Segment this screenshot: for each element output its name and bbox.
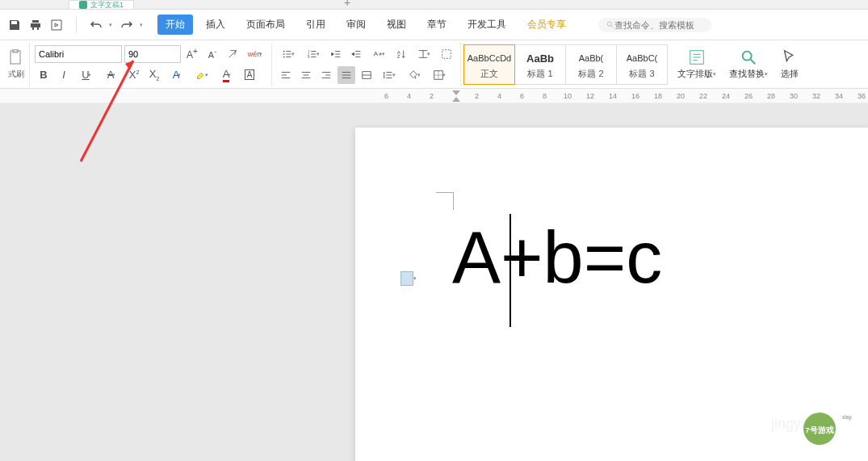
style-heading1[interactable]: AaBb 标题 1: [514, 44, 566, 85]
print-icon[interactable]: [29, 19, 42, 31]
save-icon[interactable]: [8, 19, 21, 31]
subscript-button[interactable]: X2: [145, 66, 163, 84]
svg-text:Z: Z: [397, 53, 400, 59]
tab-start[interactable]: 开始: [157, 15, 193, 35]
ribbon: 式刷 A+ A- wén▾ B I U▾ A▾ X2 X2 A▾ ▾ A▾ A …: [0, 40, 868, 89]
select-icon: [781, 48, 799, 66]
decrease-indent-button[interactable]: [327, 45, 345, 63]
separator: [76, 17, 77, 33]
style-heading2[interactable]: AaBb( 标题 2: [565, 44, 617, 85]
tab-review[interactable]: 审阅: [338, 15, 374, 35]
text-layout-icon: [688, 48, 706, 66]
text-layout-button[interactable]: 文字排版▾: [671, 44, 723, 85]
bold-button[interactable]: B: [35, 66, 52, 84]
svg-point-6: [283, 53, 285, 55]
svg-line-1: [611, 25, 614, 27]
format-painter-label[interactable]: 式刷: [8, 69, 24, 80]
paste-options-button[interactable]: ▾: [400, 271, 417, 286]
svg-text:A: A: [374, 49, 379, 57]
new-tab-button[interactable]: +: [344, 0, 350, 9]
svg-rect-3: [13, 49, 18, 52]
tab-reference[interactable]: 引用: [298, 15, 333, 35]
tab-devtools[interactable]: 开发工具: [459, 15, 514, 35]
watermark-logo: 7号游戏 xiayx.com: [787, 409, 852, 449]
svg-point-8: [283, 56, 285, 57]
undo-icon[interactable]: [90, 19, 103, 31]
text-effects-button[interactable]: A▾: [166, 66, 188, 84]
svg-point-24: [743, 52, 752, 61]
menu-tabs: 开始 插入 页面布局 引用 审阅 视图 章节 开发工具 会员专享: [157, 15, 574, 35]
clear-format-button[interactable]: [224, 45, 241, 63]
svg-point-4: [283, 50, 285, 52]
italic-button[interactable]: I: [55, 66, 73, 84]
align-right-button[interactable]: [317, 66, 335, 84]
tab-member[interactable]: 会员专享: [519, 15, 574, 35]
phonetic-button[interactable]: wén▾: [244, 45, 266, 63]
svg-text:7号游戏: 7号游戏: [805, 425, 833, 434]
text-cursor: [509, 214, 511, 327]
svg-line-25: [751, 60, 756, 65]
paste-options-icon: [400, 271, 413, 286]
svg-text:xiayx.com: xiayx.com: [842, 414, 852, 421]
find-icon: [740, 48, 757, 66]
font-group: A+ A- wén▾ B I U▾ A▾ X2 X2 A▾ ▾ A▾ A: [30, 43, 272, 86]
doc-icon: [79, 1, 87, 9]
shading-button[interactable]: ▾: [403, 66, 426, 84]
underline-button[interactable]: U▾: [75, 66, 98, 84]
horizontal-ruler[interactable]: 6 4 2 2 4 6 8 10 12 14 16 18 20 22 24 26…: [0, 89, 868, 103]
highlight-button[interactable]: ▾: [191, 66, 213, 84]
svg-point-0: [607, 22, 611, 26]
preview-icon[interactable]: [50, 19, 63, 31]
style-gallery: AaBbCcDd 正文 AaBb 标题 1 AaBb( 标题 2 AaBbC( …: [461, 44, 671, 85]
tab-insert[interactable]: 插入: [198, 15, 233, 35]
document-text[interactable]: A+b=c: [355, 128, 868, 300]
paragraph-group: ▾ 123▾ A▾ AZ ▾ ▾ ▾ ▾: [272, 43, 461, 86]
line-spacing-alt-button[interactable]: ▾: [413, 45, 435, 63]
number-list-button[interactable]: 123▾: [302, 45, 325, 63]
font-name-select[interactable]: [35, 45, 122, 63]
strikethrough-button[interactable]: A▾: [100, 66, 123, 84]
indent-marker[interactable]: [452, 90, 460, 102]
style-heading3[interactable]: AaBbC( 标题 3: [616, 44, 668, 85]
style-normal[interactable]: AaBbCcDd 正文: [463, 44, 515, 85]
align-left-button[interactable]: [277, 66, 295, 84]
select-button[interactable]: 选择: [774, 44, 805, 85]
tab-view[interactable]: 视图: [379, 15, 414, 35]
undo-dropdown[interactable]: ▾: [109, 22, 112, 28]
align-justify-button[interactable]: [338, 66, 355, 84]
qat-more[interactable]: ▾: [140, 22, 143, 28]
align-center-button[interactable]: [297, 66, 315, 84]
paste-icon[interactable]: [8, 49, 23, 65]
line-spacing-button[interactable]: ▾: [378, 66, 400, 84]
increase-font-button[interactable]: A+: [183, 45, 201, 63]
show-marks-button[interactable]: [438, 45, 455, 63]
search-box[interactable]: [598, 18, 711, 32]
decrease-font-button[interactable]: A-: [203, 45, 221, 63]
tab-chapter[interactable]: 章节: [419, 15, 455, 35]
superscript-button[interactable]: X2: [125, 66, 143, 84]
search-input[interactable]: [614, 20, 703, 30]
svg-text:3: 3: [308, 55, 310, 59]
document-tab[interactable]: 文字文稿1: [69, 0, 134, 9]
bullet-list-button[interactable]: ▾: [277, 45, 300, 63]
quick-access-toolbar: ▾ ▾: [3, 17, 148, 33]
ltr-button[interactable]: A▾: [367, 45, 390, 63]
toolbar-row: ▾ ▾ 开始 插入 页面布局 引用 审阅 视图 章节 开发工具 会员专享: [0, 10, 868, 40]
tab-title: 文字文稿1: [90, 0, 124, 10]
find-replace-button[interactable]: 查找替换▾: [723, 44, 774, 85]
char-border-button[interactable]: A: [241, 66, 258, 84]
clipboard-group: 式刷: [3, 43, 30, 86]
svg-rect-19: [442, 49, 451, 58]
sort-button[interactable]: AZ: [392, 45, 410, 63]
tab-layout[interactable]: 页面布局: [238, 15, 293, 35]
search-icon: [606, 20, 614, 30]
tab-bar: 文字文稿1 +: [0, 0, 868, 10]
borders-button[interactable]: ▾: [428, 66, 451, 84]
distribute-button[interactable]: [358, 66, 375, 84]
font-color-button[interactable]: A▾: [216, 66, 238, 84]
redo-icon[interactable]: [120, 19, 133, 31]
increase-indent-button[interactable]: [347, 45, 365, 63]
workspace: A+b=c ▾: [0, 103, 868, 461]
font-size-select[interactable]: [124, 45, 181, 63]
